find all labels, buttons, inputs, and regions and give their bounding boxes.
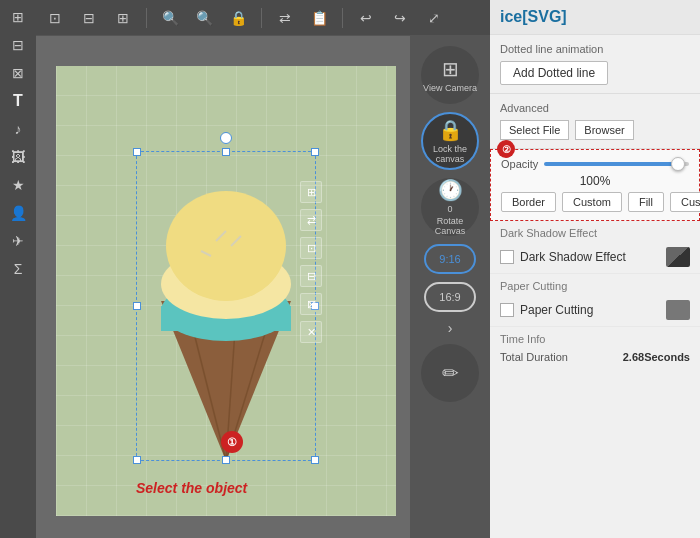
tool-align-center[interactable]: ⊟ xyxy=(76,5,102,31)
ratio-169-label: 16:9 xyxy=(439,291,460,303)
dark-shadow-checkbox[interactable] xyxy=(500,250,514,264)
tool-export[interactable]: ⤢ xyxy=(421,5,447,31)
ctrl-delete[interactable]: ✕ xyxy=(300,321,322,343)
tool-align-left[interactable]: ⊡ xyxy=(42,5,68,31)
view-camera-btn[interactable]: ⊞ View Camera xyxy=(421,46,479,104)
right-sidebar: ice[SVG] Dotted line animation Add Dotte… xyxy=(490,0,700,538)
dotted-line-section: Dotted line animation Add Dotted line xyxy=(490,35,700,94)
tool-redo[interactable]: ↪ xyxy=(387,5,413,31)
opacity-value: 100% xyxy=(501,174,689,188)
tool-person[interactable]: 👤 xyxy=(3,200,33,226)
ratio-169-btn[interactable]: 16:9 xyxy=(424,282,476,312)
view-camera-label: View Camera xyxy=(423,83,477,93)
separator-2 xyxy=(261,8,262,28)
rotate-handle[interactable] xyxy=(220,132,232,144)
camera-icon: ⊞ xyxy=(442,57,459,81)
fill-btn[interactable]: Fill xyxy=(628,192,664,212)
opacity-thumb[interactable] xyxy=(671,157,685,171)
advanced-row: Select File Browser xyxy=(500,120,690,140)
tool-chart[interactable]: ⊟ xyxy=(3,32,33,58)
ctrl-fit[interactable]: ⊡ xyxy=(300,237,322,259)
tool-music[interactable]: ♪ xyxy=(3,116,33,142)
selection-box xyxy=(136,151,316,461)
tool-grid[interactable]: ⊞ xyxy=(3,4,33,30)
canvas-area: ⊞ ⇄ ⊡ ⊟ ⊠ ✕ ① Select the object ⊞ View C… xyxy=(36,36,490,538)
rotate-canvas-label: Rotate Canvas xyxy=(421,216,479,236)
paper-cutting-section-label: Paper Cutting xyxy=(490,274,700,294)
handle-mid-left[interactable] xyxy=(133,302,141,310)
advanced-label: Advanced xyxy=(500,102,690,114)
edit-btn[interactable]: ✏ xyxy=(421,344,479,402)
handle-top-left[interactable] xyxy=(133,148,141,156)
border-btn[interactable]: Border xyxy=(501,192,556,212)
tool-zoom-in[interactable]: 🔍 xyxy=(157,5,183,31)
rotate-canvas-btn[interactable]: 🕐 0 Rotate Canvas xyxy=(421,178,479,236)
handle-bot-right[interactable] xyxy=(311,456,319,464)
tool-swap[interactable]: ⇄ xyxy=(272,5,298,31)
canvas-container[interactable]: ⊞ ⇄ ⊡ ⊟ ⊠ ✕ ① Select the object xyxy=(36,36,410,538)
tool-clipboard[interactable]: 📋 xyxy=(306,5,332,31)
separator-3 xyxy=(342,8,343,28)
ratio-916-btn[interactable]: 9:16 xyxy=(424,244,476,274)
duration-label: Total Duration xyxy=(500,351,568,363)
ctrl-more1[interactable]: ⊠ xyxy=(300,293,322,315)
control-icons: ⊞ ⇄ ⊡ ⊟ ⊠ ✕ xyxy=(300,181,322,343)
lock-icon: 🔒 xyxy=(438,118,463,142)
floating-panel: ⊞ View Camera 🔒 Lock the canvas 🕐 0 Rota… xyxy=(410,36,490,538)
opacity-slider-row: Opacity xyxy=(501,158,689,170)
dotted-line-label: Dotted line animation xyxy=(500,43,690,55)
ctrl-align[interactable]: ⊞ xyxy=(300,181,322,203)
dark-shadow-label: Dark Shadow Effect xyxy=(520,250,660,264)
add-dotted-btn[interactable]: Add Dotted line xyxy=(500,61,608,85)
handle-top-right[interactable] xyxy=(311,148,319,156)
main-area: ⊡ ⊟ ⊞ 🔍 🔍 🔒 ⇄ 📋 ↩ ↪ ⤢ xyxy=(36,0,490,538)
tool-lock[interactable]: 🔒 xyxy=(225,5,251,31)
paper-cutting-label: Paper Cutting xyxy=(520,303,660,317)
tool-image[interactable]: 🖼 xyxy=(3,144,33,170)
opacity-badge: ② xyxy=(497,140,515,158)
tool-undo[interactable]: ↩ xyxy=(353,5,379,31)
tool-text[interactable]: T xyxy=(3,88,33,114)
tool-sigma[interactable]: Σ xyxy=(3,256,33,282)
ratio-916-label: 9:16 xyxy=(439,253,460,265)
handle-top-mid[interactable] xyxy=(222,148,230,156)
paper-cutting-checkbox[interactable] xyxy=(500,303,514,317)
sidebar-title: ice[SVG] xyxy=(500,8,567,26)
opacity-label: Opacity xyxy=(501,158,538,170)
dark-shadow-thumb xyxy=(666,247,690,267)
ctrl-group[interactable]: ⊟ xyxy=(300,265,322,287)
tool-star[interactable]: ★ xyxy=(3,172,33,198)
dark-shadow-row: Dark Shadow Effect xyxy=(490,241,700,274)
select-text: Select the object xyxy=(136,480,247,496)
handle-bot-left[interactable] xyxy=(133,456,141,464)
opacity-section: ② Opacity 100% Border Custom Fill Custom xyxy=(490,149,700,221)
ctrl-swap[interactable]: ⇄ xyxy=(300,209,322,231)
rotate-icon: 🕐 xyxy=(438,178,463,202)
fill-custom-btn[interactable]: Custom xyxy=(670,192,700,212)
rotate-value: 0 xyxy=(447,204,452,214)
left-toolbar: ⊞ ⊟ ⊠ T ♪ 🖼 ★ 👤 ✈ Σ xyxy=(0,0,36,538)
sidebar-header: ice[SVG] xyxy=(490,0,700,35)
handle-bot-mid[interactable] xyxy=(222,456,230,464)
paper-cutting-thumb xyxy=(666,300,690,320)
paper-cutting-row: Paper Cutting xyxy=(490,294,700,327)
annotation-number: ① xyxy=(221,431,243,453)
tool-layout[interactable]: ⊠ xyxy=(3,60,33,86)
advanced-section: Advanced Select File Browser xyxy=(490,94,700,149)
tool-distribute[interactable]: ⊞ xyxy=(110,5,136,31)
time-info-row: Total Duration 2.68Seconds xyxy=(490,347,700,367)
select-file-btn[interactable]: Select File xyxy=(500,120,569,140)
lock-canvas-btn[interactable]: 🔒 Lock the canvas xyxy=(421,112,479,170)
time-info-section-label: Time Info xyxy=(490,327,700,347)
browser-btn[interactable]: Browser xyxy=(575,120,633,140)
border-fill-row: Border Custom Fill Custom xyxy=(501,192,689,212)
sidebar-content: Dotted line animation Add Dotted line Ad… xyxy=(490,35,700,538)
arrow-right[interactable]: › xyxy=(448,320,453,336)
dark-shadow-section-label: Dark Shadow Effect xyxy=(490,221,700,241)
tool-zoom-out[interactable]: 🔍 xyxy=(191,5,217,31)
duration-value: 2.68Seconds xyxy=(623,351,690,363)
top-toolbar: ⊡ ⊟ ⊞ 🔍 🔍 🔒 ⇄ 📋 ↩ ↪ ⤢ xyxy=(36,0,490,36)
tool-plane[interactable]: ✈ xyxy=(3,228,33,254)
opacity-slider[interactable] xyxy=(544,162,689,166)
border-custom-btn[interactable]: Custom xyxy=(562,192,622,212)
